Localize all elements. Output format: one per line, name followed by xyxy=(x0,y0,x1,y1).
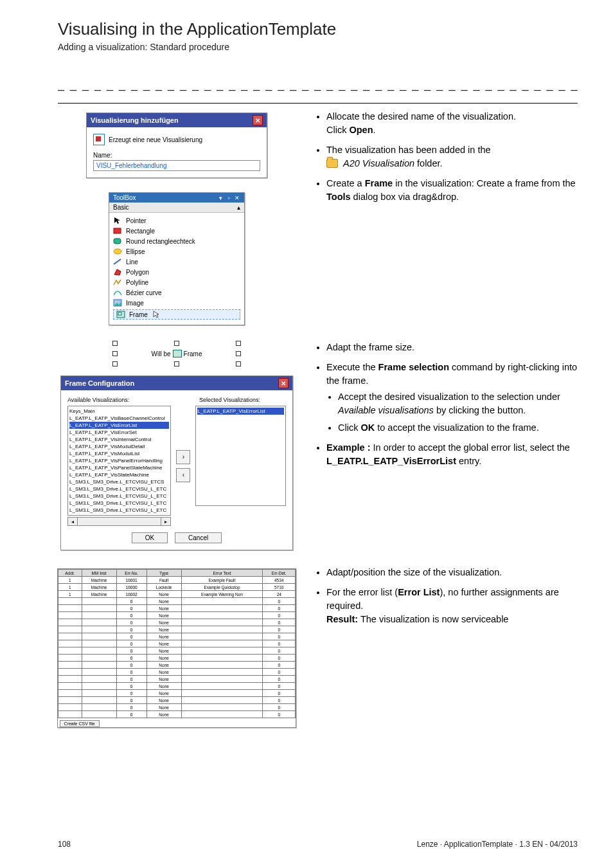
tool-bezier[interactable]: Bézier curve xyxy=(113,287,240,298)
collapse-icon[interactable]: ▴ xyxy=(237,204,240,211)
list-item[interactable]: L_EATP.L_EATP_VisStateMachine xyxy=(69,471,169,478)
table-row: 0None0 xyxy=(58,626,296,633)
scroll-left-icon[interactable]: ◂ xyxy=(67,517,78,526)
page-number: 108 xyxy=(58,840,71,849)
table-header: Addr. xyxy=(58,570,82,577)
selected-label: Selected Visualizations: xyxy=(199,397,260,403)
tool-rectangle[interactable]: Rectangle xyxy=(113,226,240,236)
list-item[interactable]: L_EATP.L_EATP_VisPanelErrorHandling xyxy=(69,457,169,464)
tool-polyline[interactable]: Polyline xyxy=(113,277,240,287)
table-header: Error Text xyxy=(181,570,263,577)
available-label: Available Visualizations: xyxy=(67,397,129,403)
polyline-icon xyxy=(113,278,122,286)
tool-round-rectangle[interactable]: Round rectangleechteck xyxy=(113,236,240,246)
image-icon xyxy=(113,299,122,307)
step-no-assignments: For the error list (Error List), no furt… xyxy=(326,586,578,626)
move-right-button[interactable]: › xyxy=(176,450,190,464)
available-listbox[interactable]: Keys_MainL_EATP.L_EATP_VisBaseChannelCon… xyxy=(67,406,171,516)
tool-line[interactable]: Line xyxy=(113,257,240,267)
page-title: Visualising in the ApplicationTemplate xyxy=(58,19,578,39)
tool-image[interactable]: Image xyxy=(113,298,240,308)
tool-polygon[interactable]: Polygon xyxy=(113,267,240,277)
footer-meta: Lenze · ApplicationTemplate · 1.3 EN - 0… xyxy=(417,840,578,849)
svg-marker-4 xyxy=(114,269,121,275)
add-visualization-dialog: Visualisierung hinzufügen ✕ Erzeugt eine… xyxy=(86,113,267,178)
svg-rect-0 xyxy=(114,228,121,233)
folder-icon xyxy=(326,159,338,168)
table-row: 0None0 xyxy=(58,711,296,718)
frame-icon xyxy=(173,350,182,357)
page-subtitle: Adding a visualization: Standard procedu… xyxy=(58,42,578,52)
list-item[interactable]: L_SM3.L_SM3_Drive.L_ETCVISU_L_ETC xyxy=(69,507,169,514)
list-item[interactable]: L_EATP.L_EATP_VisBaseChannelControl xyxy=(69,415,169,422)
table-row: 0None0 xyxy=(58,683,296,690)
move-left-button[interactable]: ‹ xyxy=(176,468,190,482)
rectangle-icon xyxy=(113,227,122,235)
close-icon[interactable]: ✕ xyxy=(253,115,263,125)
close-icon[interactable]: ✕ xyxy=(234,195,240,201)
list-item[interactable]: L_EATP.L_EATP_VisErrorList xyxy=(197,408,284,415)
dialog-title: Visualisierung hinzufügen xyxy=(91,116,179,124)
frame-placeholder: Will beFrame xyxy=(112,341,241,366)
cancel-button[interactable]: Cancel xyxy=(175,532,222,543)
tool-ellipse[interactable]: Ellipse xyxy=(113,246,240,257)
table-row: 0None0 xyxy=(58,619,296,626)
frame-icon xyxy=(116,311,125,318)
table-row: 0None0 xyxy=(58,655,296,662)
table-row: 0None0 xyxy=(58,647,296,655)
svg-rect-1 xyxy=(114,239,121,244)
cursor-icon xyxy=(153,311,159,318)
polygon-icon xyxy=(113,268,122,276)
table-row: 0None0 xyxy=(58,662,296,669)
list-item[interactable]: L_SM3.L_SM3_Drive.L_ETCVISU_ETCS xyxy=(69,478,169,485)
svg-rect-8 xyxy=(118,312,121,315)
step-adapt-position: Adapt/position the size of the visualiza… xyxy=(326,566,578,579)
table-row: 1Machine16000LockedeExample Quickstop571… xyxy=(58,584,296,591)
round-rectangle-icon xyxy=(113,237,122,245)
name-input[interactable] xyxy=(93,160,260,171)
tool-pointer[interactable]: Pointer xyxy=(113,215,240,226)
step-visu-added: The visualization has been added in the … xyxy=(326,143,578,170)
step-example: Example : In order to accept the global … xyxy=(326,441,578,468)
selected-listbox[interactable]: L_EATP.L_EATP_VisErrorList xyxy=(195,406,286,506)
list-item[interactable]: Keys_Main xyxy=(69,408,169,415)
list-item[interactable]: L_SM3.L_SM3_Drive.L_ETCVISU_L_ETC xyxy=(69,493,169,500)
pin-icon[interactable]: ▫ xyxy=(226,195,232,201)
table-row: 1Machine16001FaultExample Fault4534 xyxy=(58,577,296,584)
substep-accept-visu: Accept the desired visualization to the … xyxy=(338,390,578,417)
list-item[interactable]: L_EATP.L_EATP_VisPanelStateMachine xyxy=(69,464,169,471)
table-row: 0None0 xyxy=(58,640,296,647)
list-item[interactable]: L_EATP.L_EATP_VisModulList xyxy=(69,450,169,457)
svg-point-6 xyxy=(116,301,118,303)
step-adapt-frame-size: Adapt the frame size. xyxy=(326,341,578,354)
list-item[interactable]: L_EATP.L_EATP_VisInternalControl xyxy=(69,436,169,443)
table-row: 0None0 xyxy=(58,704,296,711)
table-row: 0None0 xyxy=(58,669,296,676)
list-item[interactable]: L_EATP.L_EATP_VisErrorSet xyxy=(69,429,169,436)
list-item[interactable]: L_EATP.L_EATP_VisModulDetail xyxy=(69,443,169,450)
table-row: 0None0 xyxy=(58,676,296,683)
list-item[interactable]: L_SM3.L_SM3_Drive.L_ETCVISU_L_ETC xyxy=(69,500,169,507)
step-allocate-name: Allocate the desired name of the visuali… xyxy=(326,110,578,137)
toolbox-title: ToolBox xyxy=(113,194,136,201)
create-csv-button[interactable]: Create CSV file xyxy=(60,720,100,727)
error-list-preview: Addr.MM InstErr-No.TypeError TextErr-Det… xyxy=(57,568,296,728)
ok-button[interactable]: OK xyxy=(132,532,168,543)
frame-configuration-dialog: Frame Configuration ✕ Available Visualiz… xyxy=(60,375,293,550)
table-header: MM Inst xyxy=(82,570,116,577)
line-icon xyxy=(113,258,122,266)
dropdown-icon[interactable]: ▾ xyxy=(217,195,224,201)
substep-click-ok: Click OK to accept the visualization to … xyxy=(338,421,578,435)
list-item[interactable]: L_EATP.L_EATP_VisErrorList xyxy=(69,422,169,429)
close-icon[interactable]: ✕ xyxy=(278,378,289,388)
scrollbar-track[interactable] xyxy=(78,517,161,526)
visualization-icon xyxy=(93,134,105,145)
list-item[interactable]: L_SM3.L_SM3_Drive.L_ETCVISU_L_ETC xyxy=(69,485,169,493)
bezier-icon xyxy=(113,289,122,296)
tool-frame[interactable]: Frame xyxy=(113,309,240,320)
scroll-right-icon[interactable]: ▸ xyxy=(161,517,171,526)
toolbox-category[interactable]: Basic xyxy=(113,204,129,211)
table-header: Err-Det. xyxy=(263,570,296,577)
table-row: 0None0 xyxy=(58,690,296,697)
svg-line-3 xyxy=(114,259,121,264)
